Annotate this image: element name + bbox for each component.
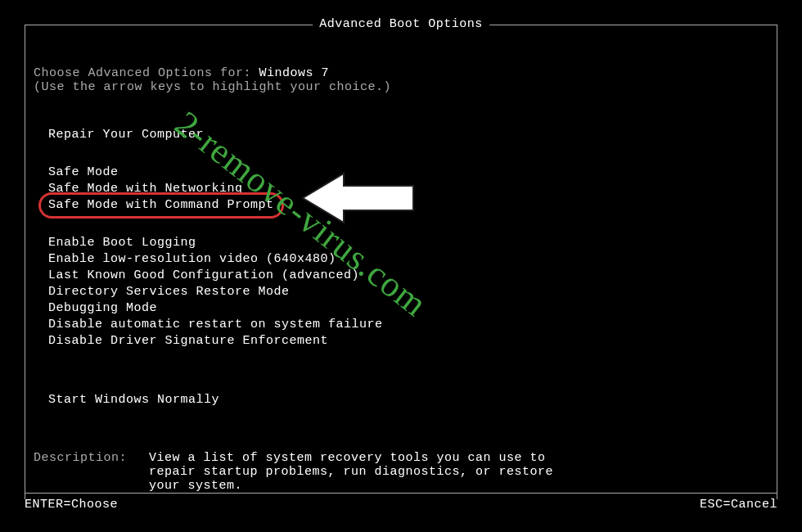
option-debugging[interactable]: Debugging Mode bbox=[47, 300, 159, 317]
key-hint-footer: ENTER=Choose ESC=Cancel bbox=[25, 493, 777, 512]
option-safe-mode-cmd[interactable]: Safe Mode with Command Prompt bbox=[47, 197, 276, 214]
intro-prefix: Choose Advanced Options for: bbox=[34, 66, 259, 80]
boot-menu-frame: Advanced Boot Options Choose Advanced Op… bbox=[25, 25, 777, 499]
option-safe-mode-networking[interactable]: Safe Mode with Networking bbox=[47, 181, 245, 197]
option-disable-auto-restart[interactable]: Disable automatic restart on system fail… bbox=[47, 317, 385, 333]
intro-hint: (Use the arrow keys to highlight your ch… bbox=[34, 80, 777, 94]
intro-block: Choose Advanced Options for: Windows 7 (… bbox=[34, 66, 777, 94]
os-name: Windows 7 bbox=[259, 66, 330, 80]
description-block: Description: View a list of system recov… bbox=[34, 451, 777, 493]
option-low-res-video[interactable]: Enable low-resolution video (640x480) bbox=[47, 251, 338, 268]
boot-options-list: Repair Your Computer Safe Mode Safe Mode… bbox=[47, 127, 777, 408]
option-safe-mode[interactable]: Safe Mode bbox=[47, 165, 120, 181]
page-title: Advanced Boot Options bbox=[313, 17, 489, 31]
option-repair-computer[interactable]: Repair Your Computer bbox=[47, 127, 205, 143]
option-boot-logging[interactable]: Enable Boot Logging bbox=[47, 235, 198, 251]
option-last-known-good[interactable]: Last Known Good Configuration (advanced) bbox=[47, 268, 361, 284]
option-ds-restore[interactable]: Directory Services Restore Mode bbox=[47, 284, 291, 300]
option-start-normally[interactable]: Start Windows Normally bbox=[47, 392, 221, 408]
description-text: View a list of system recovery tools you… bbox=[149, 451, 591, 493]
description-label: Description: bbox=[34, 451, 127, 493]
option-disable-driver-sig[interactable]: Disable Driver Signature Enforcement bbox=[47, 333, 330, 349]
esc-hint: ESC=Cancel bbox=[700, 498, 777, 512]
enter-hint: ENTER=Choose bbox=[25, 498, 118, 512]
